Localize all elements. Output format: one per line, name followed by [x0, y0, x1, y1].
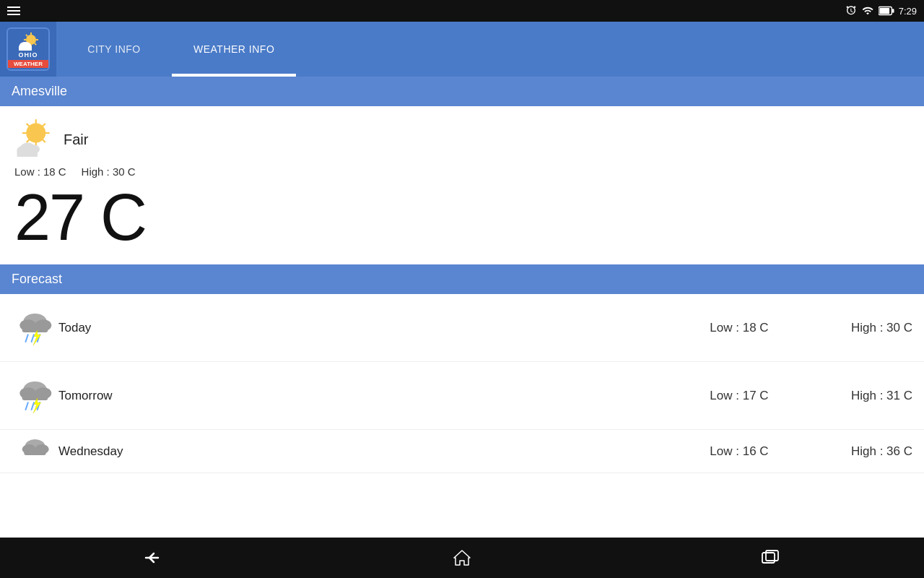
- forecast-high-today: High : 30 C: [797, 321, 912, 335]
- status-bar-right: 7:29: [845, 5, 917, 17]
- forecast-low-today: Low : 18 C: [681, 321, 797, 335]
- forecast-day-wednesday: Wednesday: [58, 444, 681, 459]
- forecast-title: Forecast: [12, 272, 62, 286]
- forecast-high-tomorrow: High : 31 C: [797, 389, 912, 403]
- svg-rect-26: [17, 150, 38, 158]
- forecast-day-tomorrow: Tomorrow: [58, 389, 681, 403]
- tabs-area: CITY INFO WEATHER INFO: [56, 22, 924, 77]
- svg-line-22: [43, 124, 45, 126]
- svg-line-21: [27, 139, 29, 142]
- condition-label: Fair: [64, 131, 88, 148]
- recents-icon: [761, 550, 780, 566]
- logo-ohio-text: OHIO: [18, 51, 38, 59]
- logo-icon: [15, 31, 41, 51]
- tab-city-info[interactable]: CITY INFO: [56, 22, 172, 77]
- svg-line-40: [32, 402, 34, 410]
- forecast-high-wednesday: High : 36 C: [797, 444, 912, 459]
- wifi-icon: [861, 5, 874, 17]
- app-logo: OHIO WEATHER: [6, 27, 50, 71]
- forecast-day-today: Today: [58, 321, 681, 335]
- forecast-icon-tomorrow: [12, 372, 58, 419]
- logo-area: OHIO WEATHER: [0, 22, 56, 77]
- tab-weather-info[interactable]: WEATHER INFO: [172, 22, 296, 77]
- svg-rect-47: [762, 553, 775, 563]
- svg-line-19: [27, 124, 29, 126]
- city-header: Amesville: [0, 77, 924, 106]
- forecast-row-today: Today Low : 18 C High : 30 C: [0, 294, 924, 362]
- svg-rect-13: [19, 47, 32, 51]
- forecast-row-wednesday: Wednesday Low : 16 C High : 36 C: [0, 430, 924, 473]
- svg-rect-30: [22, 325, 48, 332]
- logo-weather-text: WEATHER: [8, 60, 48, 68]
- back-button[interactable]: [125, 543, 183, 572]
- svg-line-31: [26, 335, 28, 342]
- alarm-icon: [845, 5, 857, 17]
- forecast-list: Today Low : 18 C High : 30 C Tomorrow Lo…: [0, 294, 924, 538]
- svg-rect-1: [879, 8, 889, 14]
- forecast-low-tomorrow: Low : 17 C: [681, 389, 797, 403]
- home-button[interactable]: [433, 543, 491, 572]
- svg-rect-46: [24, 449, 45, 455]
- status-bar-left: [7, 7, 20, 15]
- svg-rect-2: [892, 9, 894, 13]
- forecast-icon-wednesday: [12, 431, 58, 471]
- forecast-low-wednesday: Low : 16 C: [681, 444, 797, 459]
- forecast-icon-today: [12, 304, 58, 351]
- svg-line-9: [35, 43, 36, 45]
- current-weather-icon: [12, 118, 55, 161]
- svg-rect-38: [22, 393, 48, 400]
- svg-line-32: [32, 335, 34, 342]
- svg-line-20: [43, 139, 45, 142]
- current-temperature: 27 C: [12, 185, 912, 250]
- recents-button[interactable]: [741, 543, 799, 572]
- svg-line-39: [26, 402, 28, 410]
- home-icon: [452, 548, 472, 567]
- low-high-display: Low : 18 C High : 30 C: [12, 165, 912, 178]
- current-weather-top: Fair: [12, 118, 912, 161]
- forecast-header: Forecast: [0, 264, 924, 294]
- current-weather-section: Fair Low : 18 C High : 30 C 27 C: [0, 106, 924, 264]
- time-display: 7:29: [899, 6, 917, 17]
- current-high: High : 30 C: [82, 165, 136, 178]
- current-low: Low : 18 C: [14, 165, 66, 178]
- battery-icon: [879, 6, 894, 16]
- back-icon: [144, 549, 164, 566]
- status-bar: 7:29: [0, 0, 924, 22]
- menu-icon[interactable]: [7, 7, 20, 15]
- bottom-nav: [0, 538, 924, 578]
- header: OHIO WEATHER CITY INFO WEATHER INFO: [0, 22, 924, 77]
- svg-rect-48: [766, 551, 778, 561]
- city-name: Amesville: [12, 84, 67, 98]
- svg-line-8: [26, 34, 27, 35]
- forecast-row-tomorrow: Tomorrow Low : 17 C High : 31 C: [0, 362, 924, 430]
